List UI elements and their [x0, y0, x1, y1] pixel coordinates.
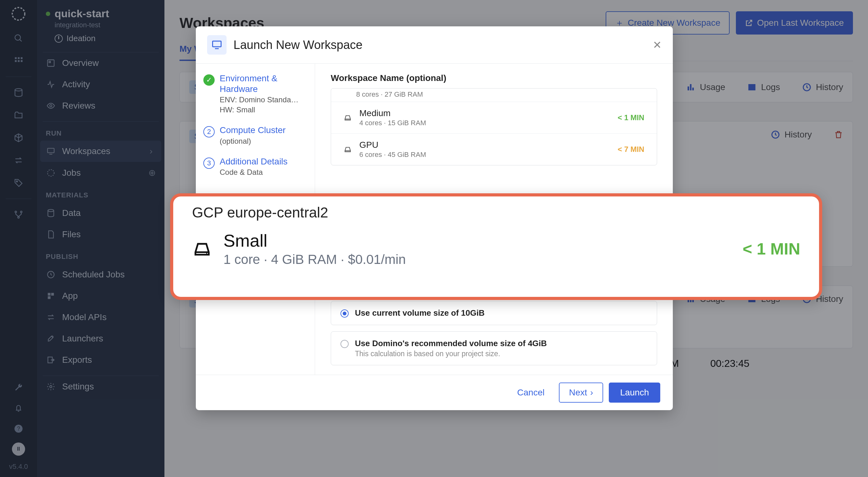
radio-label: Use Domino's recommended volume size of …	[355, 339, 547, 348]
disk-icon	[344, 145, 352, 154]
step-title: Additional Details	[220, 156, 287, 167]
volume-option-recommended[interactable]: Use Domino's recommended volume size of …	[331, 331, 657, 365]
hw-spec: 4 cores · 15 GiB RAM	[359, 119, 426, 127]
hw-spec: 8 cores · 27 GiB RAM	[356, 90, 423, 99]
hardware-callout: GCP europe-central2 Small 1 core · 4 GiB…	[170, 193, 822, 300]
hardware-option-gpu[interactable]: GPU 6 cores · 45 GiB RAM < 7 MIN	[331, 133, 657, 165]
callout-hw-name: Small	[223, 230, 406, 251]
next-button[interactable]: Next ›	[559, 383, 603, 403]
hardware-option-large[interactable]: ⦿ 8 cores · 27 GiB RAM	[331, 89, 657, 102]
step-sub: Code & Data	[220, 168, 287, 177]
chevron-right-icon: ›	[590, 387, 593, 398]
step-title: Compute Cluster	[220, 125, 285, 135]
cancel-button[interactable]: Cancel	[508, 383, 553, 403]
step-sub2: HW: Small	[220, 105, 299, 114]
disk-icon	[344, 114, 352, 122]
check-icon: ✓	[203, 74, 215, 86]
monitor-icon	[207, 35, 226, 55]
step-additional-details[interactable]: 3 Additional Details Code & Data	[203, 156, 307, 177]
callout-eta: < 1 MIN	[743, 240, 801, 258]
close-button[interactable]: ✕	[653, 39, 661, 51]
hw-eta: < 1 MIN	[618, 113, 644, 122]
step-sub1: ENV: Domino Standa…	[220, 95, 299, 104]
step-title: Environment &Hardware	[220, 73, 299, 94]
step-sub: (optional)	[220, 137, 285, 146]
step-number: 3	[203, 158, 215, 169]
hw-name: Medium	[359, 108, 426, 118]
radio-sub: This calculation is based on your projec…	[355, 350, 547, 358]
callout-region: GCP europe-central2	[192, 204, 800, 221]
volume-option-current[interactable]: Use current volume size of 10GiB	[331, 301, 657, 325]
modal-title: Launch New Workspace	[234, 38, 363, 52]
hw-spec: 6 cores · 45 GiB RAM	[359, 151, 426, 159]
step-environment-hardware[interactable]: ✓ Environment &Hardware ENV: Domino Stan…	[203, 73, 307, 114]
radio-icon	[340, 340, 349, 348]
svg-rect-40	[213, 41, 221, 47]
disk-icon	[192, 239, 212, 259]
launch-button[interactable]: Launch	[609, 383, 660, 403]
radio-label: Use current volume size of 10GiB	[355, 308, 485, 318]
step-compute-cluster[interactable]: 2 Compute Cluster (optional)	[203, 125, 307, 146]
workspace-name-label: Workspace Name (optional)	[331, 73, 657, 83]
radio-selected-icon	[340, 310, 349, 318]
callout-hw-spec: 1 core · 4 GiB RAM · $0.01/min	[223, 252, 406, 267]
hardware-option-medium[interactable]: Medium 4 cores · 15 GiB RAM < 1 MIN	[331, 102, 657, 133]
hardware-tier-list: ⦿ 8 cores · 27 GiB RAM Medium 4 cores · …	[331, 88, 657, 165]
next-label: Next	[569, 387, 587, 398]
step-number: 2	[203, 126, 215, 137]
hw-eta: < 7 MIN	[618, 145, 644, 154]
hw-name: GPU	[359, 140, 426, 150]
